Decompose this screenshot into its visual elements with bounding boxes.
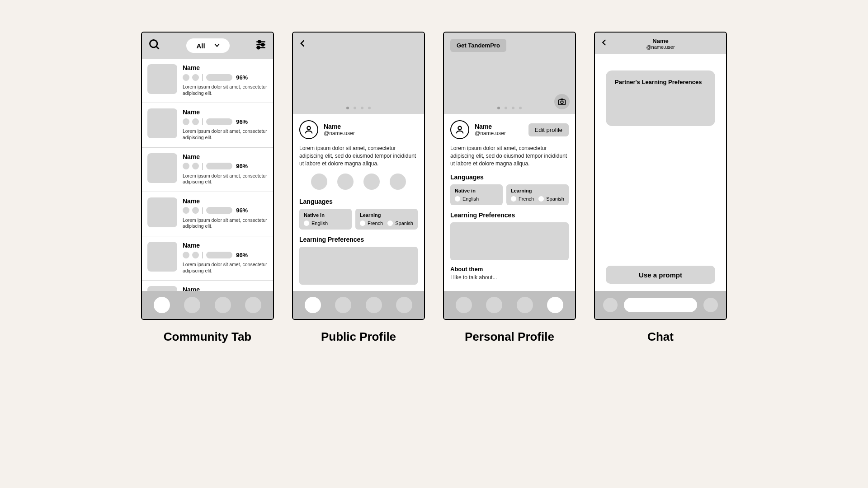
learning-label: Learning <box>360 212 413 218</box>
stat-circle[interactable] <box>363 174 380 190</box>
lang-dot-icon <box>511 196 516 202</box>
filter-dropdown[interactable]: All <box>186 38 229 53</box>
tab-2[interactable] <box>486 297 502 313</box>
profile-hero: Get TandemPro <box>444 33 575 114</box>
caption-public: Public Profile <box>321 330 396 344</box>
pagination-dots <box>444 107 575 109</box>
filter-settings-icon[interactable] <box>255 39 267 52</box>
user-name: Name <box>183 197 268 205</box>
profile-name: Name <box>475 123 506 130</box>
caption-community: Community Tab <box>164 330 252 344</box>
chat-handle: @name.user <box>595 44 726 50</box>
community-row[interactable]: Name | 96% Lorem ipsum dolor sit amet, c… <box>142 148 273 192</box>
lang-dot-icon <box>387 221 393 226</box>
chat-input-bar <box>595 291 726 319</box>
user-desc: Lorem ipsum dolor sit amet, consectetur … <box>183 128 268 141</box>
user-meta: | 96% <box>183 117 268 126</box>
user-name: Name <box>183 108 268 116</box>
match-pct: 96% <box>236 118 248 125</box>
personal-profile-screen: Get TandemPro Name @name.user <box>443 32 576 320</box>
lang-dot-icon <box>538 196 544 202</box>
partner-prefs-card: Partner's Learning Preferences <box>606 70 715 126</box>
community-row[interactable]: Name | 96% Lorem ipsum dolor sit amet, c… <box>142 236 273 281</box>
tab-3[interactable] <box>366 297 382 313</box>
edit-profile-button[interactable]: Edit profile <box>528 123 569 136</box>
prefs-box <box>299 247 418 285</box>
caption-personal: Personal Profile <box>465 330 554 344</box>
match-pct: 96% <box>236 207 248 214</box>
tab-4[interactable] <box>396 297 412 313</box>
tab-1[interactable] <box>154 297 170 313</box>
chat-action-1[interactable] <box>603 298 618 312</box>
profile-bio: Lorem ipsum dolor sit amet, consectetur … <box>299 145 418 167</box>
community-row[interactable]: Name | 96% Lorem ipsum dolor sit amet, c… <box>142 59 273 103</box>
svg-point-5 <box>262 43 264 46</box>
profile-header: Name @name.user <box>299 120 418 139</box>
prefs-label: Learning Preferences <box>450 211 569 219</box>
tab-4[interactable] <box>547 297 563 313</box>
about-text: I like to talk about... <box>450 274 569 281</box>
user-desc: Lorem ipsum dolor sit amet, consectetur … <box>183 84 268 96</box>
stat-circles <box>299 174 418 190</box>
chat-body: Partner's Learning Preferences Use a pro… <box>595 54 726 291</box>
lang-dot-icon <box>455 196 460 202</box>
chevron-down-icon <box>213 42 221 50</box>
chat-action-2[interactable] <box>703 298 718 312</box>
get-pro-button[interactable]: Get TandemPro <box>450 39 506 52</box>
chat-name: Name <box>595 38 726 44</box>
user-name: Name <box>183 286 268 291</box>
user-meta: | 96% <box>183 73 268 81</box>
profile-handle: @name.user <box>324 130 355 136</box>
tab-4[interactable] <box>245 297 261 313</box>
tab-3[interactable] <box>517 297 533 313</box>
tab-1[interactable] <box>456 297 472 313</box>
prefs-label: Learning Preferences <box>299 236 418 243</box>
svg-point-8 <box>307 127 310 130</box>
pagination-dots <box>293 107 424 109</box>
tab-3[interactable] <box>215 297 231 313</box>
stat-circle[interactable] <box>337 174 354 190</box>
prefs-box <box>450 222 569 260</box>
tab-2[interactable] <box>335 297 351 313</box>
search-icon[interactable] <box>148 38 161 53</box>
user-meta: | 96% <box>183 251 268 259</box>
back-button[interactable] <box>298 39 307 50</box>
svg-point-7 <box>257 47 259 49</box>
profile-header: Name @name.user Edit profile <box>450 120 569 139</box>
learning-card: Learning French Spanish <box>355 209 418 230</box>
native-card: Native in English <box>450 184 503 205</box>
user-name: Name <box>183 153 268 160</box>
profile-hero <box>293 33 424 114</box>
chat-screen: Name @name.user Partner's Learning Prefe… <box>594 32 727 320</box>
community-row[interactable]: Name | 96% Lorem ipsum dolor sit amet, c… <box>142 192 273 236</box>
avatar-icon <box>299 120 318 139</box>
tab-2[interactable] <box>184 297 200 313</box>
tab-1[interactable] <box>305 297 321 313</box>
languages-label: Languages <box>450 174 569 181</box>
community-row[interactable]: Name | 96% Lorem ipsum dolor sit amet, c… <box>142 103 273 147</box>
user-desc: Lorem ipsum dolor sit amet, consectetur … <box>183 217 268 230</box>
learning-card: Learning French Spanish <box>506 184 569 205</box>
stat-circle[interactable] <box>311 174 327 190</box>
chat-header: Name @name.user <box>595 33 726 54</box>
community-list: Name | 96% Lorem ipsum dolor sit amet, c… <box>142 59 273 291</box>
stat-circle[interactable] <box>390 174 406 190</box>
native-label: Native in <box>455 188 498 193</box>
match-pct: 96% <box>236 163 248 169</box>
community-screen: All Name <box>141 32 274 320</box>
community-row[interactable]: Name <box>142 281 273 291</box>
tab-bar <box>142 291 273 319</box>
public-profile-screen: Name @name.user Lorem ipsum dolor sit am… <box>292 32 425 320</box>
user-name: Name <box>183 242 268 249</box>
filter-label: All <box>196 42 205 50</box>
svg-point-11 <box>458 127 461 130</box>
match-pct: 96% <box>236 252 248 258</box>
profile-name: Name <box>324 123 355 130</box>
tab-bar <box>293 291 424 319</box>
use-prompt-button[interactable]: Use a prompt <box>606 266 715 284</box>
chat-text-input[interactable] <box>624 298 697 312</box>
svg-line-1 <box>156 47 159 49</box>
svg-point-3 <box>258 41 260 43</box>
avatar-icon <box>450 120 469 139</box>
user-desc: Lorem ipsum dolor sit amet, consectetur … <box>183 262 268 274</box>
